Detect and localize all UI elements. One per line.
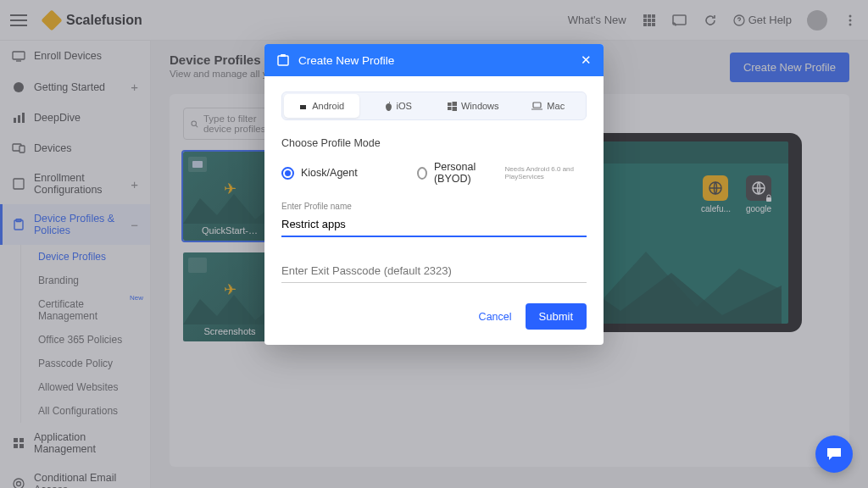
- svg-rect-50: [452, 107, 457, 111]
- radio-checked-icon: [281, 167, 294, 180]
- clipboard-icon: [276, 54, 290, 66]
- svg-rect-49: [448, 107, 452, 110]
- cancel-button[interactable]: Cancel: [479, 311, 512, 323]
- create-profile-modal: Create New Profile ✕ Android iOS Windows…: [264, 44, 604, 345]
- radio-unchecked-icon: [417, 167, 427, 180]
- os-tab-mac[interactable]: Mac: [511, 92, 587, 119]
- os-tab-android[interactable]: Android: [284, 94, 359, 118]
- os-tabs: Android iOS Windows Mac: [281, 92, 587, 120]
- laptop-icon: [531, 102, 542, 110]
- close-icon[interactable]: ✕: [581, 53, 592, 68]
- choose-mode-label: Choose Profile Mode: [281, 137, 587, 149]
- chat-launcher[interactable]: [815, 435, 853, 473]
- mode-byod-radio[interactable]: Personal (BYOD) Needs Android 6.0 and Pl…: [417, 161, 587, 185]
- svg-rect-51: [533, 103, 541, 108]
- profile-name-label: Enter Profile name: [281, 202, 587, 211]
- windows-icon: [448, 102, 457, 111]
- svg-rect-46: [281, 54, 286, 57]
- chat-icon: [826, 446, 843, 462]
- submit-button[interactable]: Submit: [526, 303, 587, 330]
- apple-icon: [385, 102, 392, 111]
- profile-name-input[interactable]: [281, 213, 587, 237]
- byod-hint: Needs Android 6.0 and PlayServices: [505, 165, 587, 180]
- exit-passcode-input[interactable]: [281, 259, 587, 283]
- modal-header: Create New Profile ✕: [264, 44, 604, 76]
- android-icon: [298, 102, 308, 111]
- svg-rect-48: [452, 102, 457, 106]
- os-tab-windows[interactable]: Windows: [436, 92, 511, 119]
- modal-title: Create New Profile: [298, 54, 394, 67]
- mode-kiosk-radio[interactable]: Kiosk/Agent: [281, 167, 358, 180]
- os-tab-ios[interactable]: iOS: [361, 92, 437, 119]
- modal-overlay[interactable]: Create New Profile ✕ Android iOS Windows…: [0, 0, 868, 488]
- svg-rect-47: [448, 103, 452, 106]
- svg-rect-45: [278, 56, 288, 65]
